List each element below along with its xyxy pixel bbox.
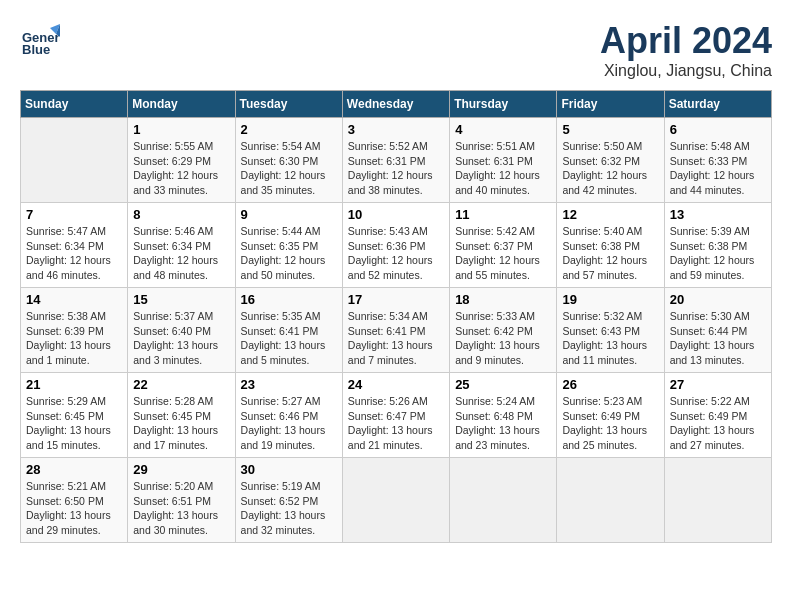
day-detail: Sunrise: 5:29 AM Sunset: 6:45 PM Dayligh…	[26, 394, 122, 453]
day-number: 22	[133, 377, 229, 392]
day-number: 30	[241, 462, 337, 477]
day-detail: Sunrise: 5:54 AM Sunset: 6:30 PM Dayligh…	[241, 139, 337, 198]
day-number: 23	[241, 377, 337, 392]
day-detail: Sunrise: 5:23 AM Sunset: 6:49 PM Dayligh…	[562, 394, 658, 453]
title-block: April 2024 Xinglou, Jiangsu, China	[600, 20, 772, 80]
day-number: 25	[455, 377, 551, 392]
day-number: 3	[348, 122, 444, 137]
calendar-table: Sunday Monday Tuesday Wednesday Thursday…	[20, 90, 772, 543]
day-cell-w4-d5: 26Sunrise: 5:23 AM Sunset: 6:49 PM Dayli…	[557, 373, 664, 458]
day-cell-w4-d4: 25Sunrise: 5:24 AM Sunset: 6:48 PM Dayli…	[450, 373, 557, 458]
week-row-3: 14Sunrise: 5:38 AM Sunset: 6:39 PM Dayli…	[21, 288, 772, 373]
header-saturday: Saturday	[664, 91, 771, 118]
day-cell-w1-d2: 2Sunrise: 5:54 AM Sunset: 6:30 PM Daylig…	[235, 118, 342, 203]
day-cell-w5-d1: 29Sunrise: 5:20 AM Sunset: 6:51 PM Dayli…	[128, 458, 235, 543]
day-detail: Sunrise: 5:43 AM Sunset: 6:36 PM Dayligh…	[348, 224, 444, 283]
day-number: 5	[562, 122, 658, 137]
day-number: 6	[670, 122, 766, 137]
day-detail: Sunrise: 5:24 AM Sunset: 6:48 PM Dayligh…	[455, 394, 551, 453]
day-cell-w3-d3: 17Sunrise: 5:34 AM Sunset: 6:41 PM Dayli…	[342, 288, 449, 373]
day-cell-w5-d0: 28Sunrise: 5:21 AM Sunset: 6:50 PM Dayli…	[21, 458, 128, 543]
week-row-5: 28Sunrise: 5:21 AM Sunset: 6:50 PM Dayli…	[21, 458, 772, 543]
day-number: 29	[133, 462, 229, 477]
day-cell-w2-d3: 10Sunrise: 5:43 AM Sunset: 6:36 PM Dayli…	[342, 203, 449, 288]
day-cell-w4-d2: 23Sunrise: 5:27 AM Sunset: 6:46 PM Dayli…	[235, 373, 342, 458]
day-number: 9	[241, 207, 337, 222]
day-number: 13	[670, 207, 766, 222]
day-number: 15	[133, 292, 229, 307]
day-cell-w5-d6	[664, 458, 771, 543]
day-cell-w3-d2: 16Sunrise: 5:35 AM Sunset: 6:41 PM Dayli…	[235, 288, 342, 373]
logo-icon: General Blue	[20, 20, 60, 60]
day-number: 20	[670, 292, 766, 307]
day-number: 21	[26, 377, 122, 392]
day-detail: Sunrise: 5:42 AM Sunset: 6:37 PM Dayligh…	[455, 224, 551, 283]
day-number: 8	[133, 207, 229, 222]
day-cell-w5-d2: 30Sunrise: 5:19 AM Sunset: 6:52 PM Dayli…	[235, 458, 342, 543]
day-number: 26	[562, 377, 658, 392]
day-cell-w1-d1: 1Sunrise: 5:55 AM Sunset: 6:29 PM Daylig…	[128, 118, 235, 203]
day-cell-w1-d5: 5Sunrise: 5:50 AM Sunset: 6:32 PM Daylig…	[557, 118, 664, 203]
day-detail: Sunrise: 5:27 AM Sunset: 6:46 PM Dayligh…	[241, 394, 337, 453]
day-detail: Sunrise: 5:40 AM Sunset: 6:38 PM Dayligh…	[562, 224, 658, 283]
day-detail: Sunrise: 5:44 AM Sunset: 6:35 PM Dayligh…	[241, 224, 337, 283]
day-number: 16	[241, 292, 337, 307]
day-detail: Sunrise: 5:38 AM Sunset: 6:39 PM Dayligh…	[26, 309, 122, 368]
header-row: Sunday Monday Tuesday Wednesday Thursday…	[21, 91, 772, 118]
day-detail: Sunrise: 5:46 AM Sunset: 6:34 PM Dayligh…	[133, 224, 229, 283]
day-cell-w2-d5: 12Sunrise: 5:40 AM Sunset: 6:38 PM Dayli…	[557, 203, 664, 288]
day-number: 17	[348, 292, 444, 307]
day-detail: Sunrise: 5:22 AM Sunset: 6:49 PM Dayligh…	[670, 394, 766, 453]
day-number: 7	[26, 207, 122, 222]
day-cell-w4-d6: 27Sunrise: 5:22 AM Sunset: 6:49 PM Dayli…	[664, 373, 771, 458]
day-cell-w5-d5	[557, 458, 664, 543]
page-header: General Blue April 2024 Xinglou, Jiangsu…	[20, 20, 772, 80]
day-detail: Sunrise: 5:26 AM Sunset: 6:47 PM Dayligh…	[348, 394, 444, 453]
day-cell-w2-d1: 8Sunrise: 5:46 AM Sunset: 6:34 PM Daylig…	[128, 203, 235, 288]
day-number: 24	[348, 377, 444, 392]
day-cell-w4-d0: 21Sunrise: 5:29 AM Sunset: 6:45 PM Dayli…	[21, 373, 128, 458]
day-cell-w4-d1: 22Sunrise: 5:28 AM Sunset: 6:45 PM Dayli…	[128, 373, 235, 458]
week-row-1: 1Sunrise: 5:55 AM Sunset: 6:29 PM Daylig…	[21, 118, 772, 203]
day-number: 2	[241, 122, 337, 137]
day-cell-w5-d4	[450, 458, 557, 543]
day-cell-w2-d4: 11Sunrise: 5:42 AM Sunset: 6:37 PM Dayli…	[450, 203, 557, 288]
day-detail: Sunrise: 5:52 AM Sunset: 6:31 PM Dayligh…	[348, 139, 444, 198]
day-cell-w2-d2: 9Sunrise: 5:44 AM Sunset: 6:35 PM Daylig…	[235, 203, 342, 288]
day-number: 1	[133, 122, 229, 137]
header-tuesday: Tuesday	[235, 91, 342, 118]
day-detail: Sunrise: 5:28 AM Sunset: 6:45 PM Dayligh…	[133, 394, 229, 453]
day-detail: Sunrise: 5:47 AM Sunset: 6:34 PM Dayligh…	[26, 224, 122, 283]
week-row-2: 7Sunrise: 5:47 AM Sunset: 6:34 PM Daylig…	[21, 203, 772, 288]
day-number: 12	[562, 207, 658, 222]
day-number: 10	[348, 207, 444, 222]
day-detail: Sunrise: 5:51 AM Sunset: 6:31 PM Dayligh…	[455, 139, 551, 198]
day-cell-w3-d6: 20Sunrise: 5:30 AM Sunset: 6:44 PM Dayli…	[664, 288, 771, 373]
day-cell-w1-d6: 6Sunrise: 5:48 AM Sunset: 6:33 PM Daylig…	[664, 118, 771, 203]
day-cell-w2-d0: 7Sunrise: 5:47 AM Sunset: 6:34 PM Daylig…	[21, 203, 128, 288]
day-detail: Sunrise: 5:19 AM Sunset: 6:52 PM Dayligh…	[241, 479, 337, 538]
day-detail: Sunrise: 5:37 AM Sunset: 6:40 PM Dayligh…	[133, 309, 229, 368]
day-detail: Sunrise: 5:50 AM Sunset: 6:32 PM Dayligh…	[562, 139, 658, 198]
day-detail: Sunrise: 5:55 AM Sunset: 6:29 PM Dayligh…	[133, 139, 229, 198]
day-detail: Sunrise: 5:30 AM Sunset: 6:44 PM Dayligh…	[670, 309, 766, 368]
day-number: 4	[455, 122, 551, 137]
day-cell-w5-d3	[342, 458, 449, 543]
day-detail: Sunrise: 5:48 AM Sunset: 6:33 PM Dayligh…	[670, 139, 766, 198]
calendar-title: April 2024	[600, 20, 772, 62]
day-detail: Sunrise: 5:33 AM Sunset: 6:42 PM Dayligh…	[455, 309, 551, 368]
day-number: 14	[26, 292, 122, 307]
day-cell-w3-d4: 18Sunrise: 5:33 AM Sunset: 6:42 PM Dayli…	[450, 288, 557, 373]
svg-text:Blue: Blue	[22, 42, 50, 57]
calendar-subtitle: Xinglou, Jiangsu, China	[600, 62, 772, 80]
day-cell-w1-d4: 4Sunrise: 5:51 AM Sunset: 6:31 PM Daylig…	[450, 118, 557, 203]
day-cell-w2-d6: 13Sunrise: 5:39 AM Sunset: 6:38 PM Dayli…	[664, 203, 771, 288]
logo: General Blue	[20, 20, 60, 64]
day-cell-w1-d3: 3Sunrise: 5:52 AM Sunset: 6:31 PM Daylig…	[342, 118, 449, 203]
header-monday: Monday	[128, 91, 235, 118]
day-cell-w3-d1: 15Sunrise: 5:37 AM Sunset: 6:40 PM Dayli…	[128, 288, 235, 373]
header-friday: Friday	[557, 91, 664, 118]
day-number: 27	[670, 377, 766, 392]
header-thursday: Thursday	[450, 91, 557, 118]
day-number: 11	[455, 207, 551, 222]
